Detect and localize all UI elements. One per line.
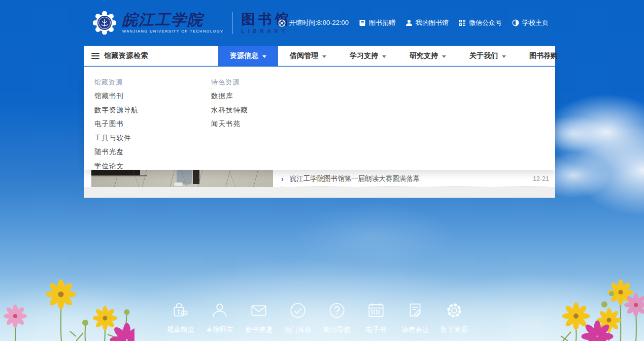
toplink-my-library[interactable]: 我的图书馆 [405,18,449,27]
dropdown-column-special: 特色资源 数据库 水科技特藏 闻天书苑 [211,75,248,131]
dropdown-item-tools-software[interactable]: 工具与软件 [94,131,139,145]
question-circle-icon [327,301,347,320]
quicklink-label: 期刊导航 [323,325,351,334]
nav-item-label: 研究支持 [410,51,438,60]
quicklink-new-books[interactable]: 新书速递 [240,301,279,334]
university-name-block: 皖江工学院 WANJIANG UNIVERSITY OF TECHNOLOGY [122,12,223,34]
quicklink-label: 读者表达 [401,325,429,334]
toplink-label: 我的图书馆 [416,18,449,27]
photo-person-shape [177,170,192,184]
wallet-icon [171,301,190,320]
dropdown-group-header: 特色资源 [211,75,248,89]
nav-item-label: 图书荐购 [529,51,558,60]
news-date: 12-21 [533,175,549,182]
hamburger-icon [91,53,99,59]
cloud [546,94,644,170]
dropdown-item-ebooks[interactable]: 电子图书 [94,117,139,131]
toplink-book-donation[interactable]: 图书捐赠 [359,18,395,27]
photo-dark-object [193,170,199,184]
half-circle-icon [512,19,519,26]
quicklink-reader-feedback[interactable]: 读者表达 [396,301,435,334]
nav-menu: 资源信息 借阅管理 学习支持 研究支持 关于我们 图书荐购 [218,46,569,66]
dropdown-item-wentian-book-garden[interactable]: 闻天书苑 [211,117,248,131]
mail-icon [249,301,268,320]
chevron-down-icon [262,55,266,58]
footer-quicklinks: 规章制度 本馆师友 新书速递 [0,301,644,334]
quicklink-label: 热门推荐 [284,325,312,334]
nav-item-resources[interactable]: 资源信息 [218,46,278,66]
calendar-icon [366,301,386,320]
quicklink-label: 数字资源 [440,325,468,334]
cloud [573,125,644,216]
toplink-wechat-official[interactable]: 微信公众号 [459,18,502,27]
chevron-down-icon [442,55,446,58]
university-emblem-icon [93,11,116,35]
news-title: 皖江工学院图书馆第一届朗读大赛圆满落幕 [290,174,527,183]
resources-dropdown-panel: 馆藏资源 馆藏书刊 数字资源导航 电子图书 工具与软件 随书光盘 学位论文 特色… [84,67,555,170]
toplink-label: 开馆时间:8:00-22:00 [289,18,349,27]
content-strip-footer [84,187,555,198]
user-icon [405,19,413,26]
nav-item-book-recommendation[interactable]: 图书荐购 [518,46,569,66]
content-strip: › 皖江工学院图书馆第一届朗读大赛圆满落幕 12-21 [84,170,555,198]
quicklink-label: 电子书 [366,325,387,334]
university-name-zh: 皖江工学院 [122,12,223,27]
toplink-label: 图书捐赠 [369,18,395,27]
quicklink-rules[interactable]: 规章制度 [161,301,200,334]
dropdown-group-header: 馆藏资源 [94,75,139,89]
dropdown-item-collection-books[interactable]: 馆藏书刊 [94,89,139,103]
cloud [294,203,457,269]
check-circle-icon [288,301,308,320]
nav-item-borrowing[interactable]: 借阅管理 [278,46,338,66]
main-navbar: 馆藏资源检索 资源信息 借阅管理 学习支持 研究支持 关于我们 [84,46,555,66]
dropdown-item-digital-resource-nav[interactable]: 数字资源导航 [94,103,139,117]
nav-item-about-us[interactable]: 关于我们 [458,46,518,66]
photo-shoe-shape [174,182,183,186]
news-list-item[interactable]: › 皖江工学院图书馆第一届朗读大赛圆满落幕 12-21 [281,171,549,187]
dropdown-column-collection: 馆藏资源 馆藏书刊 数字资源导航 电子图书 工具与软件 随书光盘 学位论文 [94,75,139,173]
quicklink-journal-navigation[interactable]: 期刊导航 [318,301,357,334]
chevron-down-icon [322,55,326,58]
quicklink-label: 新书速递 [245,325,273,334]
catalog-search-toggle[interactable]: 馆藏资源检索 [84,46,148,66]
qrcode-icon [459,19,466,26]
catalog-search-label: 馆藏资源检索 [104,51,148,60]
nav-item-learning-support[interactable]: 学习支持 [338,46,398,66]
edit-doc-icon [405,301,425,320]
person-icon [210,301,229,320]
book-icon [359,19,366,26]
nav-item-label: 学习支持 [350,51,378,60]
quicklink-hot-recommendations[interactable]: 热门推荐 [279,301,318,334]
nav-item-research-support[interactable]: 研究支持 [398,46,458,66]
topbar-links: 开馆时间:8:00-22:00 图书捐赠 我的图书馆 [278,18,549,27]
photo-shelf-shadow [91,175,147,176]
library-logo[interactable]: 皖江工学院 WANJIANG UNIVERSITY OF TECHNOLOGY … [93,8,291,38]
dropdown-item-databases[interactable]: 数据库 [211,89,248,103]
page: 皖江工学院 WANJIANG UNIVERSITY OF TECHNOLOGY … [0,0,644,341]
clock-icon [278,19,286,27]
nav-item-label: 借阅管理 [290,51,318,60]
dropdown-item-theses[interactable]: 学位论文 [94,159,139,173]
site-name-en: LIBRARY [241,28,291,34]
toplink-school-homepage[interactable]: 学校主页 [512,18,549,27]
dropdown-item-water-science-collection[interactable]: 水科技特藏 [211,103,248,117]
chevron-down-icon [502,55,506,58]
quicklink-digital-resources[interactable]: 数字资源 [435,301,474,334]
nav-item-label: 关于我们 [469,51,498,60]
logo-divider [232,12,233,34]
toplink-opening-hours[interactable]: 开馆时间:8:00-22:00 [278,18,349,27]
university-name-en: WANJIANG UNIVERSITY OF TECHNOLOGY [122,29,223,34]
gear-icon [445,301,464,320]
dropdown-item-book-cds[interactable]: 随书光盘 [94,145,139,159]
chevron-right-icon: › [281,175,284,183]
quicklink-label: 规章制度 [167,325,194,334]
quicklink-faculty-friends[interactable]: 本馆师友 [200,301,240,334]
toplink-label: 学校主页 [522,18,549,27]
toplink-label: 微信公众号 [469,18,502,27]
nav-item-label: 资源信息 [230,51,258,60]
chevron-down-icon [382,55,386,58]
quicklink-label: 本馆师友 [206,325,233,334]
quicklink-ebooks[interactable]: 电子书 [357,301,396,334]
